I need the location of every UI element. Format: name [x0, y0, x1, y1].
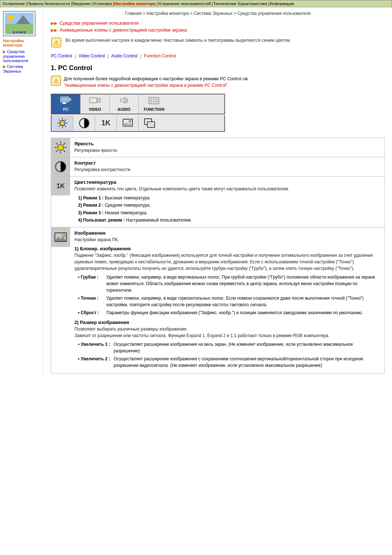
main-links: ▶▶ Средства управления пользователя ▶▶ А…	[51, 20, 385, 33]
svg-marker-21	[121, 97, 125, 103]
svg-line-52	[56, 143, 58, 145]
nav-safety[interactable]: Правила безопасности	[27, 1, 70, 6]
image-bullets-2: • Увеличить 1 : Осуществляет расширение …	[78, 341, 380, 369]
audio-menu-icon	[118, 97, 130, 106]
image-sub-title-1: 1) Блокир. изображения	[74, 246, 380, 251]
image-bullets-1: • Грубая : Удаляет помехи, например, в в…	[78, 274, 380, 316]
color-temp-mode-1: 1) Режим 1 : Высокая температура.	[78, 194, 380, 202]
bullet-grubaya: • Грубая : Удаляет помехи, например, в в…	[78, 274, 380, 293]
svg-line-53	[64, 150, 65, 152]
main-link-animation-clips[interactable]: Анимационные клипы с демонстрацией настр…	[60, 27, 187, 33]
menu-label-pc: PC	[63, 107, 69, 112]
menu-item-audio[interactable]: AUDIO	[110, 94, 139, 114]
nav-monitor-setup[interactable]: Настройка монитора	[114, 1, 155, 6]
menu-label-video: VIDEO	[89, 107, 101, 112]
menu-label-audio: AUDIO	[118, 107, 130, 112]
sidebar-link-screen-system[interactable]: ▶Система Экранных	[3, 64, 40, 73]
svg-line-54	[64, 143, 65, 145]
notice-icon: ⚠	[51, 37, 62, 49]
brightness-text: Регулировка яркости.	[74, 147, 380, 154]
color-temp-mode-4: 4) Пользоват. режим : Настраиваемый поль…	[78, 216, 380, 224]
nav-install[interactable]: Установка	[93, 1, 112, 6]
contrast-text: Регулировка контрастности.	[74, 166, 380, 173]
sub-menu-image[interactable]	[117, 115, 139, 131]
pc-menu-icon	[60, 97, 72, 106]
contrast-title: Контраст	[74, 160, 380, 166]
nav-specs[interactable]: Технические Характеристики	[213, 1, 267, 6]
main-link-user-controls[interactable]: Средства управления пользователя	[60, 20, 139, 26]
nav-intro[interactable]: Введение	[72, 1, 90, 6]
pc-notice-link[interactable]: "Анимационные клипы с демонстрацией наст…	[64, 83, 229, 88]
color-temp-mode-3: 3) Режим 3 : Низкая температура.	[78, 209, 380, 216]
svg-marker-60	[55, 237, 66, 241]
sub-menu-display-copy[interactable]	[139, 115, 160, 131]
svg-rect-19	[90, 98, 97, 103]
sub-menu-bar: 1K	[51, 115, 225, 132]
svg-marker-20	[97, 98, 100, 102]
sub-menu-brightness[interactable]	[52, 115, 73, 131]
nav-toc[interactable]: Оглавление	[3, 1, 25, 6]
svg-point-47	[58, 145, 64, 150]
brightness-icon	[57, 117, 68, 129]
desc-icon-color-temp: 1K	[51, 177, 70, 195]
svg-rect-46	[148, 122, 154, 127]
desc-icon-image	[51, 227, 70, 247]
menu-label-function: FUNCTION	[144, 107, 164, 112]
svg-text:⚠: ⚠	[53, 39, 59, 46]
sidebar-logo: S·A·M·S	[3, 11, 36, 36]
desc-row-color-temp: 1K Цвет.температура Позволяет изменять т…	[51, 176, 385, 227]
svg-rect-12	[61, 98, 68, 101]
arrow-icon-2: ▶▶	[51, 28, 57, 33]
menu-item-video[interactable]: VIDEO	[81, 94, 110, 114]
svg-line-36	[59, 126, 60, 127]
svg-point-43	[129, 120, 131, 122]
color-temp-sub-list: 1) Режим 1 : Высокая температура. 2) Реж…	[78, 194, 380, 224]
top-navigation: Оглавление| Правила безопасности| Введен…	[0, 0, 392, 7]
image-sub-title-2: 2) Размер изображения	[74, 320, 380, 325]
control-link-audio[interactable]: Audio Control	[111, 53, 138, 58]
sidebar: S·A·M·S Настройка монитора ▶Средства упр…	[0, 7, 44, 377]
image-icon	[122, 117, 134, 129]
image-sub-text-2: Позволяет выбирать различные размеры изо…	[74, 326, 380, 339]
control-link-video[interactable]: Video Control	[79, 53, 105, 58]
control-link-function[interactable]: Function Control	[144, 53, 176, 58]
sub-menu-color-temp[interactable]: 1K	[95, 115, 117, 131]
sub-menu-contrast[interactable]	[73, 115, 95, 131]
color-temp-text: Позволяет изменять тон цвета. Отдельные …	[74, 186, 380, 192]
svg-text:1K: 1K	[101, 119, 111, 127]
notice-box: ⚠ Во время выполнения настроек в каждом …	[51, 37, 385, 49]
nav-info[interactable]: Информация	[270, 1, 294, 6]
menu-item-function[interactable]: FUNCTION	[139, 94, 170, 114]
pc-notice-icon: ⚠	[51, 76, 61, 87]
svg-rect-13	[63, 102, 65, 103]
pc-control-notice: ⚠ Для получения более подробной информац…	[51, 76, 385, 89]
desc-icon-brightness	[51, 138, 70, 157]
svg-point-4	[8, 15, 14, 21]
contrast-icon	[78, 117, 90, 129]
svg-marker-42	[123, 122, 132, 126]
image-title: Изображение	[74, 230, 380, 236]
control-link-pc[interactable]: PC Control	[51, 53, 72, 58]
video-menu-icon	[89, 97, 101, 106]
sidebar-link-user-controls[interactable]: ▶Средства управления пользователя	[3, 49, 40, 63]
color-temp-icon: 1K	[100, 117, 112, 129]
notice-text: Во время выполнения настроек в каждом ме…	[65, 37, 291, 44]
image-sub-text-1: Подменю "Зафикс. изобр." (Фиксация изобр…	[74, 252, 380, 272]
color-temp-mode-2: 2) Режим 2 : Средняя температура.	[78, 202, 380, 209]
svg-point-37	[61, 121, 64, 125]
bullet-tochnaya: • Точная : Удаляет помехи, например, в в…	[78, 295, 380, 308]
function-menu-icon	[148, 97, 160, 106]
svg-line-35	[65, 119, 66, 121]
nav-troubleshoot[interactable]: Устранение неисправностей	[158, 1, 211, 6]
breadcrumb: Главная > Настройка монитора > Система Э…	[51, 11, 385, 16]
menu-item-pc[interactable]: PC	[52, 94, 81, 114]
svg-line-34	[65, 126, 66, 127]
arrow-icon-1: ▶▶	[51, 21, 57, 26]
bullet-sbrost: • Сброст : Параметры функции фиксации из…	[78, 309, 380, 316]
bullet-uvelichit-1: • Увеличить 1 : Осуществляет расширение …	[78, 341, 380, 354]
menu-bar: PC VIDEO	[51, 94, 225, 114]
pc-notice-text: Для получения более подробной информации…	[64, 76, 249, 89]
svg-point-61	[62, 234, 65, 237]
svg-text:1K: 1K	[56, 182, 65, 190]
desc-row-brightness: Яркость Регулировка яркости.	[51, 138, 385, 157]
